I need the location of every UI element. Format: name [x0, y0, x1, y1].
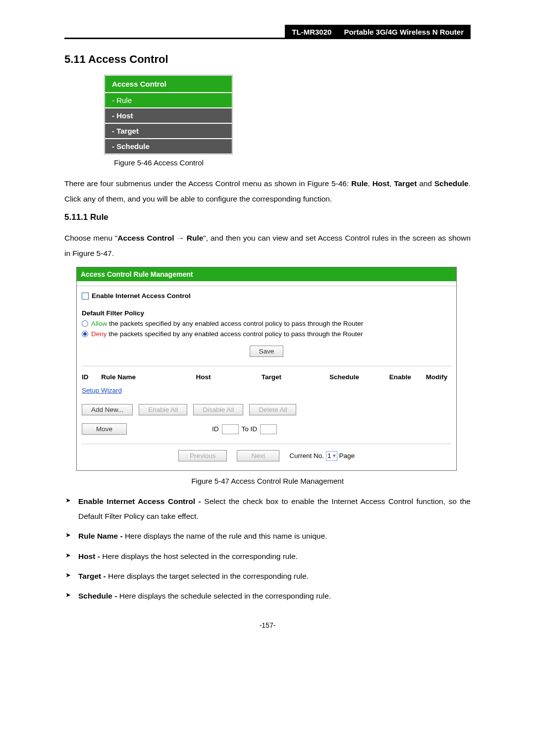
- bullet-bold: Rule Name -: [78, 532, 123, 540]
- list-item: Rule Name - Here displays the name of th…: [64, 529, 471, 544]
- current-no-label: Current No.: [289, 452, 324, 459]
- save-button[interactable]: Save: [250, 346, 284, 357]
- th-modify: Modify: [422, 373, 451, 381]
- bold-target: Target: [394, 179, 417, 188]
- next-button[interactable]: Next: [237, 450, 279, 461]
- menu-title: Access Control: [105, 75, 232, 93]
- allow-radio[interactable]: [82, 320, 88, 327]
- menu-item-schedule: - Schedule: [105, 139, 232, 154]
- bullet-bold: Host -: [78, 552, 100, 560]
- allow-rest: the packets specified by any enabled acc…: [107, 320, 363, 327]
- allow-row: Allow the packets specified by any enabl…: [82, 320, 451, 327]
- rule-management-screenshot: Access Control Rule Management Enable In…: [76, 267, 457, 471]
- table-header: ID Rule Name Host Target Schedule Enable…: [82, 366, 451, 384]
- page-header: TL-MR3020 Portable 3G/4G Wireless N Rout…: [64, 25, 471, 39]
- page-select[interactable]: 1 ▾: [326, 451, 337, 461]
- screenshot-body: Enable Internet Access Control Default F…: [77, 286, 456, 470]
- menu-item-rule: - Rule: [105, 93, 232, 108]
- th-target: Target: [232, 373, 310, 381]
- txt: and: [417, 179, 434, 188]
- list-item: Target - Here displays the target select…: [64, 569, 471, 584]
- enable-label: Enable Internet Access Control: [92, 292, 191, 300]
- bullet-text: Here displays the host selected in the c…: [100, 552, 298, 560]
- filter-policy-title: Default Filter Policy: [82, 309, 451, 317]
- subsection-heading: 5.11.1 Rule: [64, 212, 471, 222]
- model-label: TL-MR3020: [292, 28, 331, 36]
- header-rule: [64, 25, 285, 39]
- add-new-button[interactable]: Add New...: [82, 404, 133, 415]
- txt: Choose menu ": [64, 234, 117, 242]
- rule-paragraph: Choose menu "Access Control → Rule", and…: [64, 230, 471, 261]
- txt: ,: [368, 179, 373, 188]
- bullet-bold: Schedule -: [78, 592, 117, 600]
- product-label: Portable 3G/4G Wireless N Router: [344, 28, 464, 36]
- chevron-down-icon: ▾: [333, 453, 336, 459]
- menu-item-target: - Target: [105, 123, 232, 139]
- intro-paragraph: There are four submenus under the Access…: [64, 176, 471, 206]
- section-heading: 5.11 Access Control: [64, 53, 471, 66]
- page-value: 1: [327, 452, 331, 459]
- bullet-list: Enable Internet Access Control - Select …: [64, 494, 471, 604]
- enable-row: Enable Internet Access Control: [82, 292, 451, 300]
- allow-text: Allow the packets specified by any enabl…: [91, 320, 363, 327]
- enable-all-button[interactable]: Enable All: [139, 404, 187, 415]
- access-control-menu: Access Control - Rule - Host - Target - …: [104, 75, 233, 154]
- bullet-bold: Target -: [78, 572, 106, 580]
- th-id: ID: [82, 373, 101, 381]
- screenshot-title: Access Control Rule Management: [77, 267, 456, 281]
- page-number: -157-: [64, 621, 471, 629]
- deny-rest: the packets specified by any enabled acc…: [107, 330, 363, 338]
- list-item: Host - Here displays the host selected i…: [64, 549, 471, 564]
- move-row: Move ID To ID: [82, 423, 451, 435]
- bold-rule: Rule: [351, 179, 368, 188]
- pagination-footer: Previous Next Current No. 1 ▾ Page: [82, 444, 451, 465]
- id-label: ID: [212, 425, 219, 433]
- th-schedule: Schedule: [310, 373, 378, 381]
- separator: [77, 281, 456, 286]
- header-black-bar: TL-MR3020 Portable 3G/4G Wireless N Rout…: [285, 25, 471, 39]
- th-host: Host: [174, 373, 233, 381]
- id-input[interactable]: [222, 424, 239, 434]
- txt: There are four submenus under the Access…: [64, 179, 351, 188]
- bullet-bold: Enable Internet Access Control -: [78, 497, 201, 505]
- list-item: Enable Internet Access Control - Select …: [64, 494, 471, 524]
- txt: ,: [389, 179, 394, 188]
- save-row: Save: [82, 346, 451, 357]
- deny-radio[interactable]: [82, 331, 88, 337]
- bold-rule2: Rule: [187, 234, 204, 242]
- id-group: ID To ID: [212, 424, 277, 434]
- th-rule-name: Rule Name: [101, 373, 174, 381]
- deny-row: Deny the packets specified by any enable…: [82, 330, 451, 338]
- previous-button[interactable]: Previous: [178, 450, 227, 461]
- to-id-input[interactable]: [260, 424, 277, 434]
- bold-schedule: Schedule: [434, 179, 469, 188]
- deny-word: Deny: [91, 330, 107, 338]
- enable-checkbox[interactable]: [82, 293, 89, 300]
- page-label: Page: [339, 452, 355, 459]
- th-enable: Enable: [378, 373, 422, 381]
- deny-text: Deny the packets specified by any enable…: [91, 330, 363, 338]
- txt: →: [174, 234, 187, 242]
- setup-wizard-link[interactable]: Setup Wizard: [82, 387, 122, 394]
- bullet-text: Here displays the target selected in the…: [106, 572, 309, 580]
- menu-item-host: - Host: [105, 108, 232, 123]
- move-button[interactable]: Move: [82, 423, 127, 435]
- actions-row: Add New... Enable All Disable All Delete…: [82, 404, 451, 415]
- figure-46-caption: Figure 5-46 Access Control: [114, 158, 471, 167]
- to-id-label: To ID: [242, 425, 258, 433]
- figure-47-caption: Figure 5-47 Access Control Rule Manageme…: [64, 477, 471, 485]
- allow-word: Allow: [91, 320, 107, 327]
- bold-host: Host: [373, 179, 389, 188]
- bold-ac: Access Control: [117, 234, 174, 242]
- current-no-group: Current No. 1 ▾ Page: [289, 451, 355, 461]
- delete-all-button[interactable]: Delete All: [249, 404, 296, 415]
- bullet-text: Here displays the schedule selected in t…: [117, 592, 331, 600]
- list-item: Schedule - Here displays the schedule se…: [64, 589, 471, 604]
- bullet-text: Here displays the name of the rule and t…: [123, 532, 327, 540]
- disable-all-button[interactable]: Disable All: [193, 404, 243, 415]
